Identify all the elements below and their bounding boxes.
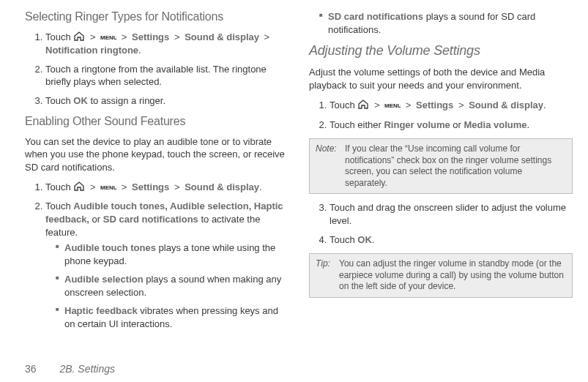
- breadcrumb-settings: Settings: [132, 181, 169, 192]
- menu-icon: MENU: [100, 181, 116, 195]
- step-item: Touch Audible touch tones, Audible selec…: [45, 200, 289, 330]
- steps-adjusting-volume-cont: Touch and drag the onscreen slider to ad…: [309, 201, 573, 246]
- feature-name: Haptic feedback: [64, 305, 138, 316]
- menu-icon: MENU: [100, 31, 116, 45]
- text: to assign a ringer.: [88, 95, 165, 106]
- breadcrumb-sound-display: Sound & display: [185, 31, 259, 42]
- text: .: [372, 234, 375, 245]
- breadcrumb-notification-ringtone: Notification ringtone: [45, 45, 138, 56]
- svg-text:MENU: MENU: [100, 34, 116, 41]
- step-item: Touch either Ringer volume or Media volu…: [330, 119, 573, 132]
- step-item: Touch OK to assign a ringer.: [45, 94, 289, 108]
- period: .: [259, 181, 262, 192]
- page-footer: 36 2B. Settings: [25, 363, 115, 375]
- breadcrumb-separator: >: [174, 181, 180, 192]
- text: Touch: [45, 95, 73, 106]
- feature-list-cont: SD card notifications plays a sound for …: [309, 10, 573, 36]
- tip-box: Tip: You can adjust the ringer volume in…: [309, 253, 573, 298]
- text: Touch: [330, 100, 357, 111]
- home-icon: [73, 31, 85, 45]
- paragraph: You can set the device to play an audibl…: [25, 135, 289, 174]
- text: Touch: [45, 201, 73, 211]
- step-item: Touch OK.: [330, 233, 573, 247]
- feature-name: SD card notifications: [328, 11, 423, 22]
- home-icon: [73, 181, 85, 195]
- breadcrumb-separator: >: [264, 31, 270, 42]
- text: Touch: [330, 234, 357, 245]
- breadcrumb-separator: >: [90, 31, 96, 42]
- list-item: Audible selection plays a sound when mak…: [56, 273, 289, 299]
- text: Touch either: [330, 119, 384, 130]
- period: .: [138, 45, 141, 56]
- steps-adjusting-volume: Touch > MENU > Settings > Sound & displa…: [309, 99, 573, 131]
- section-title: 2B. Settings: [59, 363, 115, 375]
- step-item: Touch and drag the onscreen slider to ad…: [330, 201, 573, 227]
- step-item: Touch a ringtone from the available list…: [45, 63, 289, 89]
- text: Touch: [45, 181, 73, 192]
- breadcrumb-separator: >: [122, 181, 127, 192]
- feature-name: Audible touch tones: [64, 242, 156, 253]
- list-item: Audible touch tones plays a tone while u…: [56, 241, 289, 267]
- tip-label: Tip:: [316, 258, 335, 293]
- ok-label: OK: [357, 234, 372, 245]
- step-item: Touch > MENU > Settings > Sound & displa…: [330, 99, 573, 112]
- text: or: [450, 119, 464, 130]
- breadcrumb-sound-display: Sound & display: [185, 181, 259, 192]
- paragraph: Adjust the volume settings of both the d…: [309, 66, 573, 91]
- left-column: Selecting Ringer Types for Notifications…: [25, 7, 289, 337]
- ok-label: OK: [73, 95, 88, 106]
- note-box: Note: If you clear the “Use incoming cal…: [309, 138, 573, 194]
- breadcrumb-settings: Settings: [416, 100, 453, 111]
- step-item: Touch > MENU > Settings > Sound & displa…: [45, 31, 289, 57]
- steps-ringer-types: Touch > MENU > Settings > Sound & displa…: [25, 31, 289, 108]
- text: .: [527, 119, 530, 130]
- option-sd-card: SD card notifications: [103, 214, 198, 225]
- tip-body: You can adjust the ringer volume in stan…: [339, 258, 566, 293]
- feature-list: Audible touch tones plays a tone while u…: [45, 241, 289, 330]
- breadcrumb-separator: >: [174, 31, 180, 42]
- note-body: If you clear the “Use incoming call volu…: [345, 143, 566, 189]
- breadcrumb-sound-display: Sound & display: [469, 100, 543, 111]
- option-ringer-volume: Ringer volume: [384, 119, 450, 130]
- feature-name: Audible selection: [64, 274, 144, 285]
- list-item: SD card notifications plays a sound for …: [319, 10, 573, 36]
- breadcrumb-separator: >: [90, 181, 96, 192]
- breadcrumb-separator: >: [122, 31, 127, 42]
- menu-icon: MENU: [384, 100, 401, 113]
- svg-text:MENU: MENU: [100, 184, 116, 191]
- text: Touch: [45, 31, 73, 42]
- breadcrumb-separator: >: [374, 100, 380, 111]
- steps-enabling-other: Touch > MENU > Settings > Sound & displa…: [25, 181, 289, 330]
- breadcrumb-separator: >: [406, 100, 412, 111]
- svg-text:MENU: MENU: [384, 102, 401, 109]
- text: or: [89, 214, 103, 225]
- breadcrumb-settings: Settings: [132, 31, 169, 42]
- period: .: [543, 100, 546, 111]
- list-item: Haptic feedback vibrates when pressing k…: [56, 304, 289, 330]
- breadcrumb-separator: >: [458, 100, 464, 111]
- right-column: SD card notifications plays a sound for …: [309, 7, 573, 337]
- heading-ringer-types: Selecting Ringer Types for Notifications: [25, 10, 289, 23]
- home-icon: [357, 100, 369, 113]
- heading-enabling-other: Enabling Other Sound Features: [25, 115, 289, 128]
- heading-adjusting-volume: Adjusting the Volume Settings: [309, 43, 573, 59]
- note-label: Note:: [316, 143, 340, 189]
- page-number: 36: [25, 363, 37, 375]
- option-media-volume: Media volume: [464, 119, 527, 130]
- step-item: Touch > MENU > Settings > Sound & displa…: [45, 181, 289, 194]
